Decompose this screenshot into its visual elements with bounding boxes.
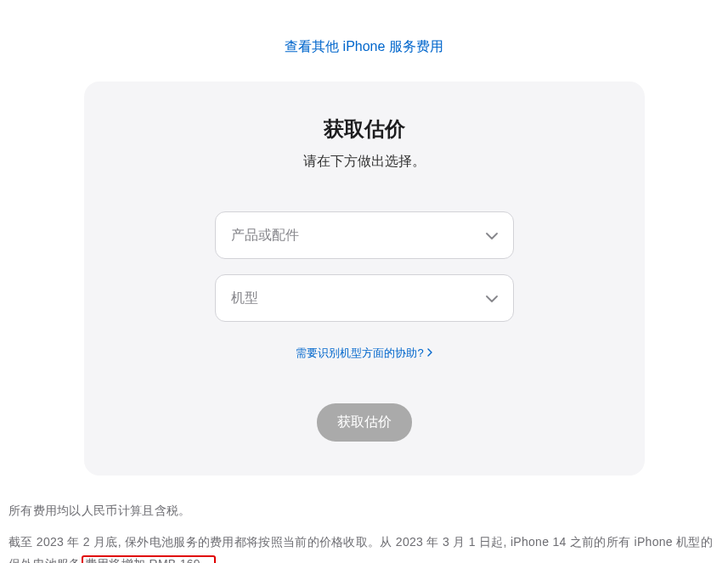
chevron-down-icon <box>486 228 498 243</box>
product-select-placeholder: 产品或配件 <box>231 227 299 245</box>
card-title: 获取估价 <box>324 115 405 143</box>
get-estimate-button[interactable]: 获取估价 <box>317 403 412 442</box>
card-subtitle: 请在下方做出选择。 <box>303 153 426 171</box>
chevron-right-icon <box>427 347 432 359</box>
footer-notes: 所有费用均以人民币计算且含税。 截至 2023 年 2 月底, 保外电池服务的费… <box>8 499 720 563</box>
other-services-link[interactable]: 查看其他 iPhone 服务费用 <box>285 38 443 56</box>
identify-model-help-link[interactable]: 需要识别机型方面的协助? <box>296 346 432 361</box>
estimate-card: 获取估价 请在下方做出选择。 产品或配件 机型 需要识别机型方面的协助? 获取估… <box>84 82 645 476</box>
model-select[interactable]: 机型 <box>215 274 514 322</box>
footer-line-2: 截至 2023 年 2 月底, 保外电池服务的费用都将按照当前的价格收取。从 2… <box>8 531 720 563</box>
price-increase-highlight: 费用将增加 RMB 169。 <box>82 555 216 563</box>
product-select[interactable]: 产品或配件 <box>215 211 514 259</box>
footer-line-1: 所有费用均以人民币计算且含税。 <box>8 499 720 522</box>
help-link-text: 需要识别机型方面的协助? <box>296 346 423 361</box>
model-select-placeholder: 机型 <box>231 290 258 307</box>
chevron-down-icon <box>486 290 498 306</box>
